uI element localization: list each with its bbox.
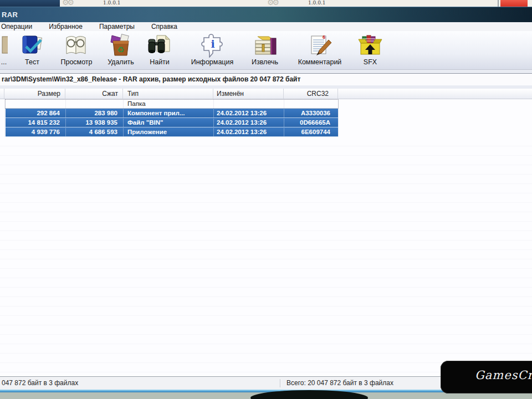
- delete-icon: ♻: [108, 33, 134, 58]
- screen: ⚙⚙ 1.0.0.1 ⚙⚙ 1.0.0.1 RAR Операции Избра…: [0, 0, 532, 399]
- cell-size: 292 864: [4, 109, 60, 118]
- toolbar: ... Тест Просмотр: [0, 31, 532, 70]
- cell-type: Файл "BIN": [127, 118, 211, 127]
- column-header-size[interactable]: Размер: [4, 89, 65, 99]
- cell-crc32: 6E609744: [284, 127, 330, 137]
- info-icon: i: [200, 33, 225, 58]
- background-window-border: [498, 0, 499, 7]
- cell-modified: 24.02.2012 13:26: [217, 109, 282, 118]
- cell-packed: 13 938 935: [65, 118, 117, 127]
- cell-modified: 24.02.2012 13:26: [217, 127, 282, 137]
- find-icon: [147, 33, 172, 58]
- column-header-packed[interactable]: Сжат: [65, 89, 123, 99]
- table-row[interactable]: 4 939 776 4 686 593 Приложение 24.02.201…: [0, 127, 532, 137]
- column-header-name[interactable]: [0, 89, 4, 99]
- test-icon: [19, 33, 45, 58]
- address-bar[interactable]: rar\3DM\System\Win32_x86_Release - RAR а…: [0, 73, 532, 85]
- titlebar[interactable]: RAR: [0, 7, 532, 22]
- cell-type: Папка: [127, 99, 211, 109]
- cell-modified: 24.02.2012 13:26: [217, 118, 282, 127]
- address-bar-area: rar\3DM\System\Win32_x86_Release - RAR а…: [0, 70, 532, 89]
- cell-packed: 4 686 593: [65, 127, 117, 137]
- status-total-info: Всего: 20 047 872 байт в 3 файлах: [287, 377, 393, 390]
- sfx-icon: [357, 33, 383, 58]
- cell-crc32: 0D66665A: [284, 118, 330, 127]
- cell-type: Приложение: [127, 127, 211, 137]
- background-close-button[interactable]: [500, 0, 528, 7]
- cell-size: 4 939 776: [4, 127, 60, 137]
- column-header-type[interactable]: Тип: [123, 89, 213, 99]
- view-icon: [64, 33, 89, 58]
- table-row[interactable]: 14 815 232 13 938 935 Файл "BIN" 24.02.2…: [0, 118, 532, 127]
- toolbar-button-comment[interactable]: 6 Комментарий: [289, 32, 351, 69]
- watermark-text: GamesCrac: [475, 369, 532, 382]
- cell-crc32: A3330036: [284, 109, 330, 118]
- file-list[interactable]: Папка 292 864 283 980 Компонент прил... …: [0, 99, 532, 376]
- comment-icon: 6: [307, 33, 332, 58]
- menu-help[interactable]: Справка: [151, 23, 177, 30]
- gears-icon: ⚙⚙: [62, 0, 73, 7]
- toolbar-button-sfx[interactable]: SFX: [342, 32, 398, 69]
- archive-path-text: rar\3DM\System\Win32_x86_Release - RAR а…: [2, 74, 300, 85]
- background-window-strip: ⚙⚙ 1.0.0.1 ⚙⚙ 1.0.0.1: [0, 0, 532, 7]
- menu-bar: Операции Избранное Параметры Справка: [0, 22, 532, 31]
- svg-text:6: 6: [323, 34, 325, 40]
- cell-size: 14 815 232: [4, 118, 60, 127]
- toolbar-button-find[interactable]: Найти: [132, 32, 187, 69]
- window-title: RAR: [2, 11, 18, 19]
- table-row-parent-folder[interactable]: Папка: [0, 99, 532, 109]
- background-navy-block: [0, 0, 60, 7]
- menu-operations[interactable]: Операции: [1, 23, 32, 30]
- svg-text:♻: ♻: [117, 45, 124, 54]
- column-header-crc32[interactable]: CRC32: [284, 89, 338, 99]
- table-row[interactable]: 292 864 283 980 Компонент прил... 24.02.…: [0, 109, 532, 118]
- empty-list-rows: [0, 137, 532, 376]
- cell-packed: 283 980: [65, 109, 117, 118]
- statusbar-divider: [280, 379, 280, 387]
- toolbar-button-extract[interactable]: Извлечь: [237, 32, 293, 69]
- column-header-modified[interactable]: Изменён: [213, 89, 284, 99]
- extract-icon: [252, 33, 278, 58]
- gears-icon: ⚙⚙: [267, 0, 278, 7]
- background-version-right: 1.0.0.1: [308, 0, 326, 6]
- watermark-badge: GamesCrac: [441, 361, 532, 393]
- file-list-header: Размер Сжат Тип Изменён CRC32: [0, 89, 532, 99]
- status-selected-info: 047 872 байт в 3 файлах: [2, 377, 78, 390]
- menu-options[interactable]: Параметры: [99, 23, 135, 30]
- cell-type: Компонент прил...: [127, 109, 211, 118]
- toolbar-button-info[interactable]: i Информация: [185, 32, 240, 69]
- menu-favorites[interactable]: Избранное: [49, 23, 83, 30]
- svg-text:i: i: [211, 38, 214, 50]
- background-version-left: 1.0.0.1: [103, 0, 121, 6]
